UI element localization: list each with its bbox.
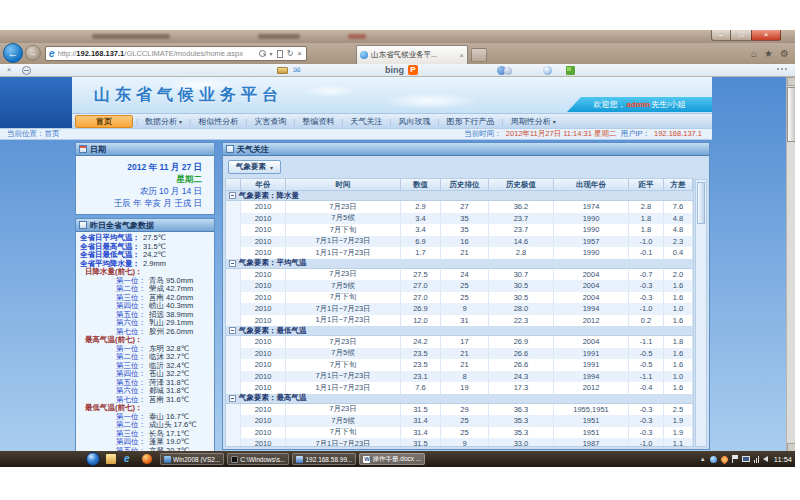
toolbar-close-icon[interactable]: × [7,66,11,73]
table-row[interactable]: 20107月23日27.52430.72004-0.72.0 [226,269,693,281]
mail-icon[interactable]: ✉ [293,65,301,75]
flame-icon[interactable] [719,454,729,464]
table-row[interactable]: 20107月5候3.43523.719901.84.8 [226,213,693,225]
table-row[interactable]: 20107月下旬23.52126.61991-0.51.6 [226,359,693,371]
titlebar[interactable]: – □ × [0,30,795,43]
taskbar-button-3[interactable]: W操作手册.docx ... [359,453,425,465]
collapse-icon[interactable] [229,192,236,199]
minimize-button[interactable]: – [711,30,731,41]
nav-item-7[interactable]: 图形下行产品 [443,116,499,127]
tray-app-icon[interactable] [710,456,717,463]
collapse-icon[interactable] [229,327,236,334]
browser-tab[interactable]: 山东省气候业务平... × [356,45,468,64]
table-row[interactable]: 20107月1日~7月23日31.5933.01987-1.01.1 [226,438,693,447]
table-row[interactable]: 20107月23日2.92736.219742.87.6 [226,201,693,213]
table-cell: 7月5候 [286,415,401,427]
table-cell: 2.5 [664,404,693,416]
nav-item-6[interactable]: 风向玫瑰 [394,116,434,127]
more-options-icon[interactable] [777,68,787,70]
maximize-button[interactable]: □ [731,30,751,41]
table-group-row[interactable]: 气象要素：降水量 [226,191,693,201]
compatibility-view-icon[interactable] [277,50,283,58]
table-group-row[interactable]: 气象要素：最低气温 [226,326,693,336]
table-scrollbar[interactable] [695,179,707,447]
chevron-down-icon: ▾ [553,118,556,125]
display-icon[interactable] [742,456,750,462]
table-row[interactable]: 20101月1日~7月23日12.03122.320120.21.6 [226,315,693,327]
nav-item-5[interactable]: 天气关注 [346,116,386,127]
ie-icon[interactable]: e [124,454,134,464]
search-dropdown-icon[interactable]: ▾ [270,50,273,57]
block-circle-icon[interactable] [22,66,31,75]
table-group-row[interactable]: 气象要素：最高气温 [226,394,693,404]
table-row[interactable]: 20107月下旬27.02530.52004-0.31.6 [226,292,693,304]
element-selector-button[interactable]: 气象要素▾ [228,160,281,174]
table-cell: 25 [441,415,489,427]
sparkle-icon[interactable] [543,66,552,75]
new-tab-button[interactable] [471,48,487,62]
taskbar-button-1[interactable]: C:\Windows\s... [227,453,289,465]
p-badge-icon[interactable]: P [408,65,418,75]
table-cell: 22.3 [489,315,554,327]
table-row[interactable]: 20107月1日~7月23日26.9928.01994-1.01.0 [226,303,693,315]
collapse-icon[interactable] [229,395,236,402]
table-cell: 24.3 [489,371,554,383]
nav-item-3[interactable]: 灾害查询 [250,116,290,127]
forward-button[interactable]: → [25,45,41,61]
tab-close-icon[interactable]: × [459,51,464,60]
page-scrollbar[interactable] [786,77,795,452]
firefox-icon[interactable] [142,454,152,464]
folder-icon[interactable] [106,454,116,464]
table-row[interactable]: 20107月5候31.42535.31951-0.31.9 [226,415,693,427]
taskbar-clock[interactable]: 11:54 [772,455,792,464]
column-header: 时间 [286,179,401,191]
nav-item-0[interactable]: 首页 [75,115,133,128]
date-line: 星期二 [76,173,202,185]
wallpaper-smudge [348,34,366,39]
back-button[interactable]: ← [3,43,23,63]
home-icon[interactable]: ⌂ [751,47,757,60]
table-cell: 2010 [241,303,286,315]
network-icon[interactable] [754,456,759,463]
close-button[interactable]: × [751,30,781,41]
taskbar-button-0[interactable]: Win2008 (VS2... [160,453,224,465]
table-scrollbar-thumb[interactable] [697,182,705,224]
table-row[interactable]: 20107月1日~7月23日23.1824.31994-1.11.0 [226,371,693,383]
table-row[interactable]: 20107月下旬31.42535.31951-0.31.9 [226,427,693,439]
hidden-icons-arrow[interactable]: ▲ [700,456,706,462]
table-cell: 23.1 [401,371,441,383]
scroll-up-arrow[interactable] [787,77,795,86]
nav-item-8[interactable]: 周期性分析▾ [507,116,560,127]
start-button[interactable] [86,452,100,466]
breadcrumb: 当前位置：首页 [0,129,60,139]
favorites-star-icon[interactable]: ★ [764,47,773,60]
speaker-icon[interactable] [763,456,768,462]
table-row[interactable]: 20107月下旬3.43523.719901.84.8 [226,224,693,236]
nav-item-2[interactable]: 相似性分析 [194,116,242,127]
table-row[interactable]: 20101月1日~7月23日7.61917.32012-0.41.6 [226,382,693,394]
table-row[interactable]: 20107月1日~7月23日6.91614.61957-1.02.3 [226,236,693,248]
taskbar-button-2[interactable]: 192.168.58.99... [292,453,356,465]
table-row[interactable]: 20107月23日24.21726.92004-1.11.8 [226,336,693,348]
address-bar[interactable]: e http://192.168.137.1/GLCCLIMATE/module… [45,46,307,61]
search-icon[interactable] [259,50,266,57]
table-row[interactable]: 20101月1日~7月23日1.7212.81990-0.10.4 [226,247,693,259]
stop-icon[interactable]: × [297,49,302,58]
card-icon[interactable] [277,67,288,74]
settings-gear-icon[interactable]: ⚙ [780,47,789,60]
action-center-flag-icon[interactable] [732,455,738,463]
table-row[interactable]: 20107月5候23.52126.61991-0.51.6 [226,348,693,360]
collapse-icon[interactable] [229,260,236,267]
table-cell: -1.0 [629,303,664,315]
page-scrollbar-thumb[interactable] [787,87,795,142]
table-cell: 2010 [241,359,286,371]
table-row[interactable]: 20107月23日31.52936.31955,1951-0.32.5 [226,404,693,416]
nav-item-1[interactable]: 数据分析▾ [141,116,186,127]
table-cell: 1.8 [664,336,693,348]
addon-puzzle-icon[interactable] [566,66,575,75]
table-group-row[interactable]: 气象要素：平均气温 [226,259,693,269]
refresh-icon[interactable]: ↻ [287,49,294,58]
bing-logo[interactable]: bing [385,65,404,75]
table-row[interactable]: 20107月5候27.02530.52004-0.31.6 [226,280,693,292]
nav-item-4[interactable]: 整编资料 [298,116,338,127]
